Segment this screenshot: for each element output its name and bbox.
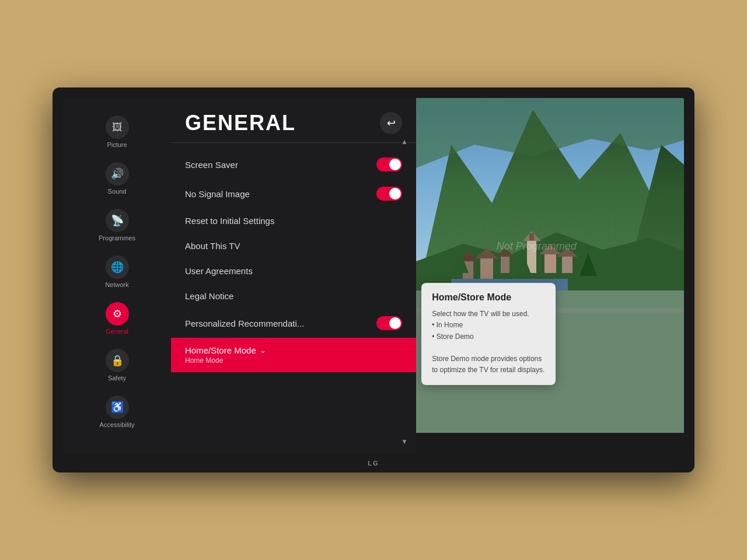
chevron-down-icon: ⌄ [260, 346, 266, 355]
tooltip-body: Select how the TV will be used. • In Hom… [432, 309, 545, 376]
setting-no-signal-image[interactable]: No Signal Image [171, 179, 416, 208]
sidebar-label-safety: Safety [108, 374, 126, 382]
sidebar: 🖼 Picture 🔊 Sound 📡 Programmes 🌐 Network… [63, 98, 171, 454]
setting-personalized-rec[interactable]: Personalized Recommendati... [171, 309, 416, 338]
screen-saver-label: Screen Saver [185, 160, 238, 170]
svg-rect-17 [562, 257, 573, 273]
programmes-icon: 📡 [106, 209, 129, 232]
screen-saver-toggle[interactable] [376, 158, 402, 172]
panel-title: GENERAL [185, 111, 296, 135]
sidebar-label-network: Network [105, 281, 128, 288]
user-agreements-label: User Agreements [185, 266, 253, 276]
sidebar-label-programmes: Programmes [99, 235, 135, 242]
setting-home-store-mode[interactable]: Home/Store Mode ⌄ Home Mode [171, 338, 416, 372]
right-panel: Not Programmed Home/Store Mode Select ho… [416, 98, 684, 454]
svg-rect-15 [544, 254, 556, 273]
sidebar-label-sound: Sound [108, 188, 127, 195]
about-label: About This TV [185, 241, 240, 251]
home-store-mode-label: Home/Store Mode ⌄ [185, 345, 266, 355]
tooltip-title: Home/Store Mode [432, 292, 545, 303]
general-icon: ⚙ [106, 302, 129, 326]
tooltip-popup: Home/Store Mode Select how the TV will b… [421, 283, 556, 385]
safety-icon: 🔒 [106, 349, 129, 372]
svg-rect-14 [529, 233, 534, 240]
personalized-rec-label: Personalized Recommendati... [185, 318, 304, 328]
tv-screen: 🖼 Picture 🔊 Sound 📡 Programmes 🌐 Network… [63, 98, 684, 454]
sidebar-label-accessibility: Accessibility [100, 421, 135, 428]
network-icon: 🌐 [106, 256, 129, 279]
picture-icon: 🖼 [106, 116, 129, 139]
sidebar-item-picture[interactable]: 🖼 Picture [63, 110, 171, 154]
svg-rect-8 [480, 258, 493, 279]
back-button[interactable]: ↩ [380, 112, 402, 134]
wallpaper-svg [416, 98, 684, 454]
main-panel: GENERAL ↩ ▲ Screen Saver No Signal Image… [171, 98, 416, 454]
reset-label: Reset to Initial Settings [185, 216, 274, 226]
scroll-down-indicator: ▼ [401, 438, 408, 446]
accessibility-icon: ♿ [106, 396, 129, 419]
setting-about[interactable]: About This TV [171, 233, 416, 258]
panel-divider [171, 142, 416, 143]
setting-reset[interactable]: Reset to Initial Settings [171, 208, 416, 233]
not-programmed-text: Not Programmed [497, 240, 577, 253]
sidebar-item-network[interactable]: 🌐 Network [63, 250, 171, 294]
setting-screen-saver[interactable]: Screen Saver [171, 150, 416, 179]
setting-legal-notice[interactable]: Legal Notice [171, 284, 416, 309]
sidebar-item-accessibility[interactable]: ♿ Accessibility [63, 390, 171, 434]
legal-notice-label: Legal Notice [185, 291, 233, 301]
tv-frame: 🖼 Picture 🔊 Sound 📡 Programmes 🌐 Network… [53, 88, 694, 473]
sidebar-item-sound[interactable]: 🔊 Sound [63, 156, 171, 201]
sidebar-label-picture: Picture [107, 141, 127, 148]
setting-user-agreements[interactable]: User Agreements [171, 258, 416, 284]
svg-rect-10 [501, 257, 509, 273]
personalized-rec-toggle[interactable] [376, 316, 402, 330]
sidebar-item-programmes[interactable]: 📡 Programmes [63, 203, 171, 247]
no-signal-image-label: No Signal Image [185, 189, 250, 199]
settings-list: ▲ Screen Saver No Signal Image Reset to … [171, 148, 416, 454]
panel-header: GENERAL ↩ [171, 98, 416, 142]
sound-icon: 🔊 [106, 162, 129, 186]
home-store-mode-sublabel: Home Mode [185, 356, 266, 365]
sidebar-item-safety[interactable]: 🔒 Safety [63, 343, 171, 387]
home-store-mode-content: Home/Store Mode ⌄ Home Mode [185, 345, 266, 365]
sidebar-label-general: General [106, 328, 128, 335]
lg-logo: LG [368, 460, 379, 467]
sidebar-item-general[interactable]: ⚙ General [63, 296, 171, 341]
no-signal-image-toggle[interactable] [376, 187, 402, 201]
